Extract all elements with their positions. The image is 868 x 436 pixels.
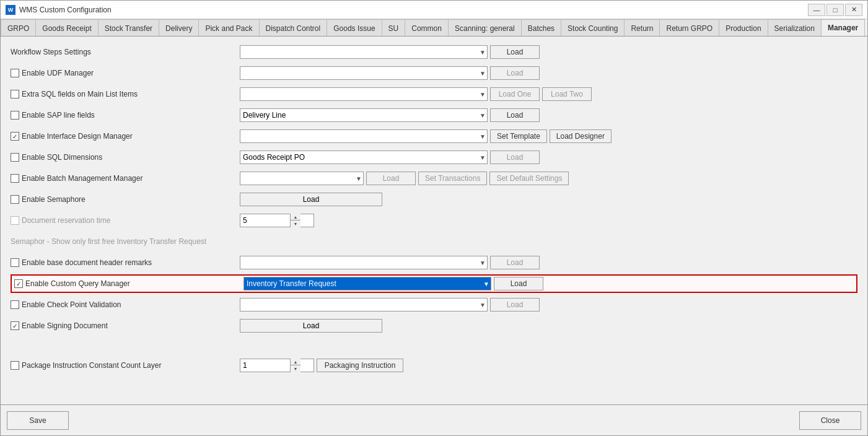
sap-line-load-button[interactable]: Load [490, 108, 540, 122]
interface-design-dropdown[interactable]: ▼ [240, 129, 488, 143]
tab-su[interactable]: SU [382, 19, 405, 37]
doc-reservation-spinbox[interactable]: ▲ ▼ [240, 214, 314, 227]
tab-grpo[interactable]: GRPO [1, 19, 35, 37]
row-sap-line: Enable SAP line fields Delivery Line ▼ L… [11, 106, 857, 124]
row-custom-query: Enable Custom Query Manager Inventory Tr… [11, 274, 857, 293]
window-title: WMS Custom Configuration [19, 6, 808, 14]
tab-batches[interactable]: Batches [521, 19, 561, 37]
tab-stock-counting[interactable]: Stock Counting [561, 19, 624, 37]
base-doc-header-checkbox[interactable] [11, 258, 19, 267]
semaphore-load-button[interactable]: Load [240, 193, 382, 206]
base-doc-header-dropdown[interactable]: ▼ [240, 256, 488, 269]
row-extra-sql: Extra SQL fields on Main List Items ▼ Lo… [11, 85, 857, 103]
extra-sql-load-one-button[interactable]: Load One [490, 87, 540, 101]
tab-scanning-general[interactable]: Scanning: general [448, 19, 521, 37]
semaphore-controls: Load [240, 193, 857, 206]
semaphore-show-text: Semaphor - Show only first free Inventor… [11, 237, 206, 246]
batch-management-dropdown[interactable]: ▼ [240, 172, 364, 185]
dropdown-arrow-icon: ▼ [480, 112, 486, 119]
base-doc-header-label: Enable base document header remarks [11, 258, 240, 267]
tab-goods-issue[interactable]: Goods Issue [327, 19, 381, 37]
extra-sql-checkbox[interactable] [11, 90, 19, 98]
dropdown-value: Delivery Line [243, 111, 286, 120]
tab-delivery[interactable]: Delivery [159, 19, 198, 37]
udf-manager-load-button[interactable]: Load [490, 66, 540, 80]
batch-management-load-button[interactable]: Load [366, 172, 416, 185]
base-doc-header-load-button[interactable]: Load [490, 256, 540, 269]
custom-query-dropdown[interactable]: Inventory Transfer Request ▼ [243, 277, 491, 290]
close-button[interactable]: Close [799, 411, 861, 430]
doc-reservation-text: Document reservation time [22, 216, 110, 225]
packaging-instruction-button[interactable]: Packaging Instruction [317, 359, 403, 372]
udf-manager-dropdown[interactable]: ▼ [240, 66, 488, 80]
sql-dimensions-dropdown[interactable]: Goods Receipt PO ▼ [240, 150, 488, 164]
interface-design-load-designer-button[interactable]: Load Designer [550, 129, 612, 143]
minimize-button[interactable]: — [808, 4, 825, 16]
sql-dimensions-checkbox[interactable] [11, 153, 19, 162]
check-point-checkbox[interactable] [11, 300, 19, 309]
tab-manager[interactable]: Manager [821, 19, 865, 37]
row-interface-design: Enable Interface Design Manager ▼ Set Te… [11, 127, 857, 146]
batch-management-set-transactions-button[interactable]: Set Transactions [418, 172, 487, 185]
dropdown-arrow-icon: ▼ [480, 91, 486, 98]
sql-dimensions-load-button[interactable]: Load [490, 150, 540, 164]
interface-design-set-template-button[interactable]: Set Template [490, 129, 547, 143]
interface-design-label: Enable Interface Design Manager [11, 132, 240, 141]
spinbox-up-button[interactable]: ▲ [291, 214, 300, 220]
dropdown-arrow-icon: ▼ [480, 154, 486, 161]
tab-stock-transfer[interactable]: Stock Transfer [98, 19, 159, 37]
extra-sql-dropdown[interactable]: ▼ [240, 87, 488, 101]
tab-return-grpo[interactable]: Return GRPO [659, 19, 719, 37]
base-doc-header-text: Enable base document header remarks [22, 258, 152, 267]
window-close-button[interactable]: ✕ [845, 4, 862, 16]
check-point-text: Enable Check Point Validation [22, 300, 121, 309]
tab-return[interactable]: Return [624, 19, 659, 37]
tab-dispatch-control[interactable]: Dispatch Control [259, 19, 327, 37]
batch-management-checkbox[interactable] [11, 174, 19, 183]
dropdown-arrow-icon: ▼ [356, 175, 362, 182]
semaphore-checkbox[interactable] [11, 195, 19, 204]
workflow-steps-text: Workflow Steps Settings [11, 48, 91, 56]
spinbox-down-button[interactable]: ▼ [291, 365, 300, 372]
spinbox-up-button[interactable]: ▲ [291, 359, 300, 365]
signing-doc-label: Enable Signing Document [11, 321, 240, 330]
batch-management-text: Enable Batch Management Manager [22, 174, 142, 183]
custom-query-load-button[interactable]: Load [494, 277, 543, 290]
interface-design-checkbox[interactable] [11, 132, 19, 141]
signing-doc-checkbox[interactable] [11, 321, 19, 330]
package-instruction-input[interactable] [240, 361, 290, 370]
custom-query-checkbox[interactable] [14, 279, 23, 288]
save-button[interactable]: Save [7, 411, 69, 430]
maximize-button[interactable]: □ [826, 4, 844, 16]
check-point-load-button[interactable]: Load [490, 298, 540, 312]
tab-goods-receipt[interactable]: Goods Receipt [35, 19, 97, 37]
separator-3 [11, 350, 857, 356]
doc-reservation-checkbox[interactable] [11, 216, 19, 225]
doc-reservation-input[interactable] [240, 216, 290, 225]
package-instruction-controls: ▲ ▼ Packaging Instruction [240, 359, 857, 372]
workflow-steps-dropdown[interactable]: ▼ [240, 45, 488, 59]
udf-manager-text: Enable UDF Manager [22, 69, 94, 77]
row-semaphore: Enable Semaphore Load [11, 190, 857, 209]
signing-doc-text: Enable Signing Document [22, 321, 108, 330]
package-instruction-spinbox[interactable]: ▲ ▼ [240, 359, 314, 372]
sap-line-dropdown[interactable]: Delivery Line ▼ [240, 108, 488, 122]
package-instruction-checkbox[interactable] [11, 361, 19, 370]
tab-pick-and-pack[interactable]: Pick and Pack [198, 19, 258, 37]
title-bar: W WMS Custom Configuration — □ ✕ [1, 1, 867, 19]
sap-line-checkbox[interactable] [11, 111, 19, 120]
tab-common[interactable]: Common [405, 19, 448, 37]
custom-query-label: Enable Custom Query Manager [14, 279, 243, 288]
extra-sql-load-two-button[interactable]: Load Two [542, 87, 592, 101]
tab-serialization[interactable]: Serialization [768, 19, 821, 37]
udf-manager-checkbox[interactable] [11, 69, 19, 77]
doc-reservation-label: Document reservation time [11, 216, 240, 225]
row-base-doc-header: Enable base document header remarks ▼ Lo… [11, 253, 857, 272]
spinbox-down-button[interactable]: ▼ [291, 220, 300, 227]
workflow-steps-load-button[interactable]: Load [490, 45, 540, 59]
check-point-dropdown[interactable]: ▼ [240, 298, 488, 312]
signing-doc-controls: Load [240, 319, 857, 333]
tab-production[interactable]: Production [719, 19, 767, 37]
signing-doc-load-button[interactable]: Load [240, 319, 382, 333]
batch-management-set-default-button[interactable]: Set Default Settings [489, 172, 569, 185]
